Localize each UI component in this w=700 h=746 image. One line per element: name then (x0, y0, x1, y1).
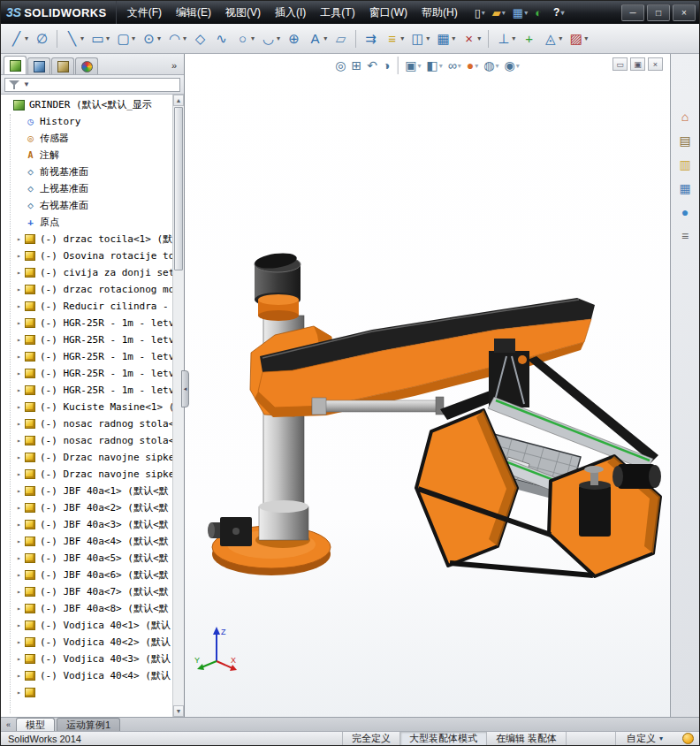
tree-item-31[interactable]: ▸(-) Vodjica 40<1> (默认 (3, 617, 172, 634)
tree-item-5[interactable]: 上视基准面 (3, 180, 172, 197)
menu-item-4[interactable]: 插入(I) (268, 1, 313, 24)
expand-arrow-icon[interactable]: ▸ (14, 403, 24, 411)
open-document[interactable]: ▰▾ (490, 5, 508, 20)
tab-model[interactable]: 模型 (16, 718, 55, 731)
expand-arrow-icon[interactable]: ▸ (14, 302, 24, 310)
scroll-down-icon[interactable]: ▼ (173, 705, 184, 717)
tree-item-30[interactable]: ▸(-) JBF 40a<8> (默认<默 (3, 600, 172, 617)
expand-arrow-icon[interactable]: ▸ (14, 621, 24, 629)
expand-arrow-icon[interactable]: ▸ (14, 437, 24, 445)
custom-dropdown-icon[interactable]: ▾ (659, 735, 663, 742)
tree-item-9[interactable]: ▸(-) Osovina rotacije to (3, 247, 172, 264)
close-window[interactable]: × (673, 4, 696, 21)
tree-item-10[interactable]: ▸(-) civija za donji set (3, 264, 172, 281)
appearances-scenes[interactable]: ● (674, 202, 696, 222)
expand-arrow-icon[interactable]: ▸ (14, 672, 24, 680)
view-orientation[interactable]: ▣▾ (403, 57, 422, 73)
edit-appearance[interactable]: ●▾ (465, 57, 480, 73)
spline[interactable]: ∿ (211, 27, 232, 50)
minimize-document[interactable]: ▭ (612, 57, 628, 71)
tree-item-8[interactable]: ▸(-) drzac tocila<1> (默 (3, 231, 172, 247)
expand-arrow-icon[interactable]: ▸ (14, 537, 24, 545)
tree-item-34[interactable]: ▸(-) Vodjica 40<4> (默认 (3, 667, 172, 684)
tree-item-12[interactable]: ▸(-) Reducir cilindra - (3, 298, 172, 315)
tree-item-3[interactable]: 注解 (3, 147, 172, 164)
quick-snaps[interactable]: ◬▾ (540, 27, 565, 50)
tree-item-27[interactable]: ▸(-) JBF 40a<5> (默认<默 (3, 550, 172, 567)
plane[interactable]: ▱ (331, 27, 351, 50)
file-explorer[interactable]: ▥ (674, 155, 696, 174)
tree-item-1[interactable]: History (3, 113, 172, 130)
line[interactable]: ╲▾ (62, 27, 87, 50)
centerpoint-arc[interactable]: ◠▾ (164, 27, 189, 50)
tree-item-14[interactable]: ▸(-) HGR-25R - 1m - letv (3, 331, 172, 348)
tree-item-16[interactable]: ▸(-) HGR-25R - 1m - letv (3, 365, 172, 382)
menu-item-1[interactable]: 文件(F) (120, 1, 169, 24)
expand-arrow-icon[interactable]: ▸ (14, 386, 24, 394)
quick-tips-icon[interactable] (682, 733, 694, 744)
expand-arrow-icon[interactable]: ▸ (14, 521, 24, 529)
tree-item-28[interactable]: ▸(-) JBF 40a<6> (默认<默 (3, 567, 172, 583)
smart-dimension[interactable]: ∅ (32, 27, 52, 50)
expand-arrow-icon[interactable]: ▸ (14, 487, 24, 495)
expand-arrow-icon[interactable]: ▸ (14, 655, 24, 663)
maximize-window[interactable]: □ (647, 4, 670, 21)
expand-arrow-icon[interactable]: ▸ (14, 504, 24, 512)
new-document[interactable]: ▯▾ (472, 5, 488, 20)
previous-view[interactable]: ↶ (365, 57, 379, 73)
repair-sketch[interactable]: + (519, 27, 539, 50)
view-settings[interactable]: ◉▾ (503, 57, 521, 73)
performance-indicator[interactable]: ◐ (532, 5, 544, 20)
tree-item-32[interactable]: ▸(-) Vodjica 40<2> (默认 (3, 634, 172, 651)
save-document[interactable]: ▦▾ (510, 5, 530, 20)
restore-document[interactable]: ▣ (630, 57, 645, 71)
tree-item-26[interactable]: ▸(-) JBF 40a<4> (默认<默 (3, 533, 172, 550)
tree-item-25[interactable]: ▸(-) JBF 40a<3> (默认<默 (3, 516, 172, 533)
scrollbar-thumb[interactable] (174, 107, 183, 270)
tree-item-7[interactable]: 原点 (3, 214, 172, 231)
zoom-to-fit[interactable]: ◎ (333, 57, 347, 73)
rapid-sketch[interactable]: ▨▾ (566, 27, 590, 50)
expand-arrow-icon[interactable]: ▸ (14, 470, 24, 478)
assembly-3d-model[interactable] (185, 54, 671, 719)
tree-item-11[interactable]: ▸(-) drzac rotacionog mo (3, 281, 172, 298)
hide-show-items[interactable]: ∞▾ (446, 57, 463, 73)
help-button[interactable]: ? ▾ (550, 6, 567, 19)
straight-slot[interactable]: ▢▾ (113, 27, 138, 50)
expand-arrow-icon[interactable]: ▸ (14, 638, 24, 646)
menu-item-5[interactable]: 工具(T) (313, 1, 361, 24)
expand-arrow-icon[interactable]: ▸ (14, 689, 24, 697)
tree-item-0[interactable]: GRINDER (默认<默认_显示 (3, 96, 172, 113)
expand-arrow-icon[interactable]: ▸ (14, 285, 24, 293)
tree-item-13[interactable]: ▸(-) HGR-25R - 1m - letv (3, 315, 172, 331)
menu-item-3[interactable]: 视图(V) (218, 1, 268, 24)
propertymanager-tab[interactable] (27, 57, 50, 74)
mirror-entities[interactable]: ◫▾ (407, 27, 432, 50)
tree-item-29[interactable]: ▸(-) JBF 40a<7> (默认<默 (3, 583, 172, 600)
close-document[interactable]: × (648, 57, 663, 71)
menu-item-7[interactable]: 帮助(H) (415, 1, 465, 24)
point[interactable]: ⊕ (284, 27, 304, 50)
circle[interactable]: ⊙▾ (139, 27, 164, 50)
tree-item-35[interactable]: ▸ (3, 684, 172, 701)
tree-filter-box[interactable]: ▼ (4, 78, 180, 92)
dimxpert-tab[interactable] (75, 57, 98, 74)
linear-sketch-pattern[interactable]: ▦▾ (433, 27, 458, 50)
tree-item-24[interactable]: ▸(-) JBF 40a<2> (默认<默 (3, 499, 172, 516)
tree-item-6[interactable]: 右视基准面 (3, 197, 172, 214)
tree-item-15[interactable]: ▸(-) HGR-25R - 1m - letv (3, 348, 172, 365)
zoom-to-area[interactable]: ⊞ (349, 57, 363, 73)
solidworks-resources[interactable]: ⌂ (674, 107, 696, 126)
custom-properties[interactable]: ≡ (674, 226, 696, 246)
expand-arrow-icon[interactable]: ▸ (14, 353, 24, 361)
expand-arrow-icon[interactable]: ▸ (14, 554, 24, 562)
tree-item-22[interactable]: ▸(-) Drzac navojne sipke (3, 466, 172, 483)
expand-arrow-icon[interactable]: ▸ (14, 235, 24, 243)
display-relations[interactable]: ⊥▾ (493, 27, 518, 50)
tree-item-2[interactable]: 传感器 (3, 130, 172, 147)
expand-arrow-icon[interactable]: ▸ (14, 605, 24, 613)
tree-item-33[interactable]: ▸(-) Vodjica 40<3> (默认 (3, 651, 172, 667)
tree-item-17[interactable]: ▸(-) HGR-25R - 1m - letv (3, 382, 172, 399)
grinder-head[interactable] (254, 251, 301, 321)
section-view[interactable]: ◑ (381, 57, 392, 73)
